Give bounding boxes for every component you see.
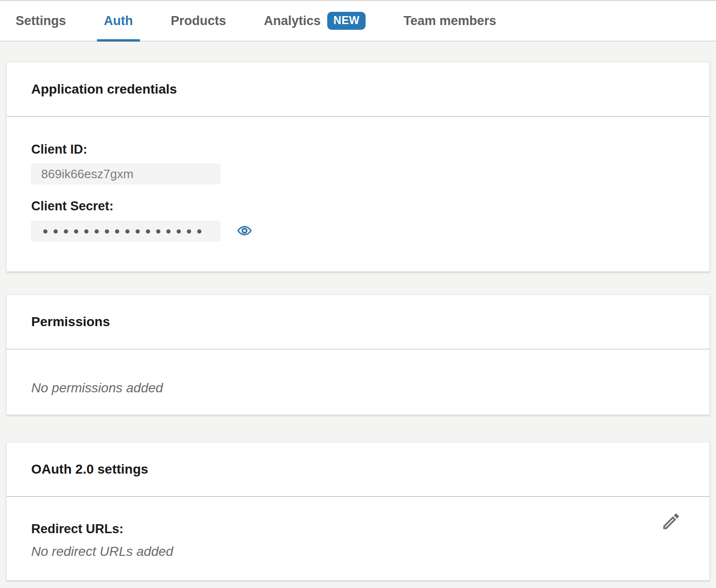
tab-settings-label: Settings <box>16 14 66 28</box>
tab-auth[interactable]: Auth <box>97 1 140 41</box>
permissions-title: Permissions <box>31 314 110 329</box>
permissions-header: Permissions <box>7 295 709 349</box>
client-id-field[interactable]: 869ik66esz7gxm <box>31 164 220 184</box>
tab-team-members-label: Team members <box>403 14 496 28</box>
tab-analytics-label: Analytics <box>264 14 321 28</box>
application-credentials-content: Client ID: 869ik66esz7gxm Client Secret:… <box>7 117 709 242</box>
reveal-secret-button[interactable] <box>236 222 253 240</box>
application-credentials-title: Application credentials <box>31 82 177 97</box>
pencil-icon <box>661 511 681 533</box>
oauth-settings-card: OAuth 2.0 settings Redirect URLs: No red… <box>6 442 710 580</box>
application-credentials-header: Application credentials <box>7 62 709 117</box>
oauth-settings-content: Redirect URLs: No redirect URLs added <box>7 497 709 559</box>
client-secret-field[interactable]: •••••••••••••••• <box>31 221 220 242</box>
tab-products-label: Products <box>171 14 226 28</box>
client-id-value: 869ik66esz7gxm <box>41 167 133 182</box>
tab-settings[interactable]: Settings <box>9 1 73 41</box>
client-secret-row: •••••••••••••••• <box>31 221 685 242</box>
oauth-settings-title: OAuth 2.0 settings <box>31 462 148 477</box>
edit-redirect-urls-button[interactable] <box>660 511 682 533</box>
new-badge: NEW <box>327 12 366 30</box>
redirect-urls-label: Redirect URLs: <box>31 523 685 536</box>
oauth-settings-header: OAuth 2.0 settings <box>7 442 709 497</box>
tab-products[interactable]: Products <box>164 1 233 41</box>
eye-icon <box>236 223 253 240</box>
client-secret-label: Client Secret: <box>31 200 685 213</box>
redirect-urls-empty-text: No redirect URLs added <box>31 544 685 559</box>
permissions-empty-text: No permissions added <box>31 380 685 396</box>
permissions-card: Permissions No permissions added <box>6 294 710 415</box>
tab-team-members[interactable]: Team members <box>396 1 503 41</box>
client-secret-masked-value: •••••••••••••••• <box>41 223 205 239</box>
tab-analytics[interactable]: Analytics NEW <box>257 1 373 41</box>
application-credentials-card: Application credentials Client ID: 869ik… <box>6 62 710 272</box>
client-id-label: Client ID: <box>31 143 685 156</box>
tab-bar: Settings Auth Products Analytics NEW Tea… <box>0 0 716 42</box>
permissions-content: No permissions added <box>7 349 709 396</box>
tab-auth-label: Auth <box>104 14 133 28</box>
